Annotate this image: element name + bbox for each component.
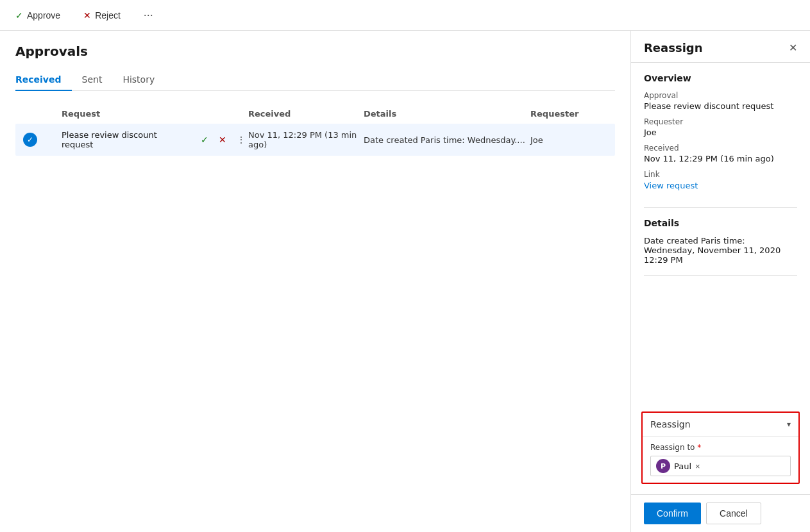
requester-value: Joe (644, 128, 797, 137)
right-panel: Reassign ✕ Overview Approval Please revi… (630, 31, 810, 532)
assignee-avatar: P (656, 459, 670, 473)
row-actions: ✓ ✕ ⋮ (198, 133, 248, 146)
header-details: Details (364, 109, 530, 119)
header-icon (23, 109, 62, 119)
confirm-button[interactable]: Confirm (644, 503, 701, 524)
row-received: Nov 11, 12:29 PM (13 min ago) (248, 130, 364, 149)
overview-section: Overview Approval Please review discount… (644, 73, 797, 208)
tabs: Received Sent History (15, 69, 615, 91)
row-more-button[interactable]: ⋮ (234, 133, 248, 146)
assignee-remove-button[interactable]: × (695, 461, 700, 471)
x-icon: ✕ (83, 10, 91, 21)
overview-title: Overview (644, 73, 797, 83)
received-value: Nov 11, 12:29 PM (16 min ago) (644, 154, 797, 163)
row-reject-button[interactable]: ✕ (216, 133, 229, 146)
page-title: Approvals (15, 44, 615, 59)
reassign-section: Reassign ▾ Reassign to * P Paul × (641, 411, 800, 484)
panel-body: Overview Approval Please review discount… (631, 63, 810, 411)
details-title: Details (644, 218, 797, 228)
approve-label: Approve (27, 10, 60, 21)
row-request-text: Please review discount request (62, 130, 190, 149)
header-received: Received (248, 109, 364, 119)
assignee-tag-container[interactable]: P Paul × (650, 456, 791, 476)
cancel-button[interactable]: Cancel (706, 503, 761, 524)
chevron-down-icon: ▾ (787, 420, 791, 429)
approve-button[interactable]: ✓ Approve (10, 8, 65, 23)
row-requester: Joe (530, 135, 607, 145)
reassign-to-label: Reassign to * (650, 443, 791, 452)
panel-title: Reassign (644, 41, 703, 54)
reject-button[interactable]: ✕ Reject (78, 8, 126, 23)
table: Request Received Details Requester ✓ Ple… (15, 104, 615, 156)
row-check-icon: ✓ (23, 133, 62, 147)
received-label: Received (644, 144, 797, 153)
approval-value: Please review discount request (644, 101, 797, 111)
view-request-link[interactable]: View request (644, 181, 698, 190)
reject-label: Reject (95, 10, 121, 21)
check-circle: ✓ (23, 133, 37, 147)
requester-row: Requester Joe (644, 117, 797, 137)
details-section: Details Date created Paris time: Wednesd… (644, 218, 797, 276)
assignee-name: Paul (674, 461, 691, 471)
table-row[interactable]: ✓ Please review discount request ✓ ✕ ⋮ N… (15, 124, 615, 156)
panel-header: Reassign ✕ (631, 31, 810, 63)
link-label: Link (644, 170, 797, 179)
header-requester: Requester (530, 109, 607, 119)
row-request: Please review discount request ✓ ✕ ⋮ (62, 130, 248, 149)
panel-footer: Confirm Cancel (631, 494, 810, 532)
table-header: Request Received Details Requester (15, 104, 615, 124)
reassign-dropdown[interactable]: Reassign ▾ (643, 413, 798, 436)
more-button[interactable]: ··· (139, 6, 158, 24)
panel-close-button[interactable]: ✕ (789, 42, 797, 54)
approval-row: Approval Please review discount request (644, 91, 797, 111)
approval-label: Approval (644, 91, 797, 100)
left-panel: Approvals Received Sent History Request … (0, 31, 630, 532)
tab-sent[interactable]: Sent (72, 69, 113, 91)
row-approve-button[interactable]: ✓ (198, 133, 211, 146)
received-row: Received Nov 11, 12:29 PM (16 min ago) (644, 144, 797, 163)
reassign-dropdown-label: Reassign (650, 419, 691, 429)
row-details: Date created Paris time: Wednesday.... (364, 135, 530, 145)
required-marker: * (697, 443, 701, 452)
tab-history[interactable]: History (112, 69, 165, 91)
details-value: Date created Paris time: Wednesday, Nove… (644, 236, 797, 265)
reassign-to-section: Reassign to * P Paul × (643, 436, 798, 483)
link-row: Link View request (644, 170, 797, 190)
header-request: Request (62, 109, 248, 119)
requester-label: Requester (644, 117, 797, 126)
tab-received[interactable]: Received (15, 69, 72, 91)
check-icon: ✓ (15, 10, 23, 21)
